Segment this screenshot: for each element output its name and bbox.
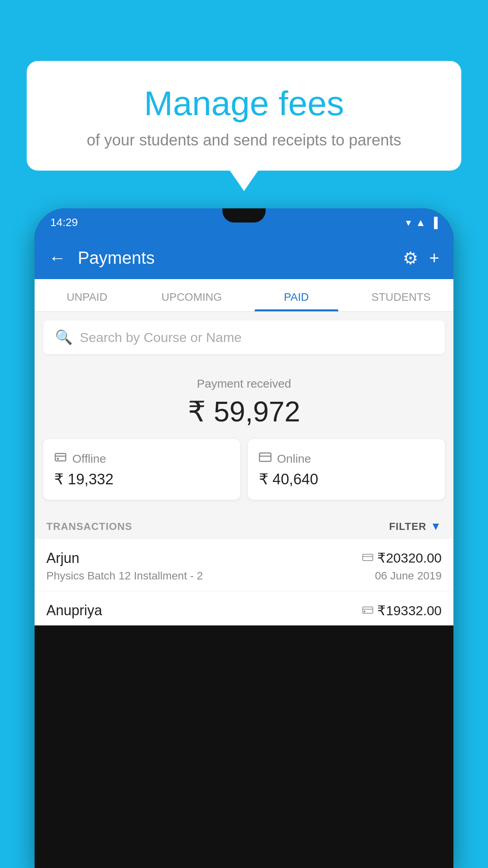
bubble-subtitle: of your students and send receipts to pa… (58, 131, 430, 149)
transactions-header: TRANSACTIONS FILTER ▼ (35, 511, 453, 539)
filter-label: FILTER (389, 520, 426, 533)
online-type: Online (277, 452, 311, 465)
offline-icon-anupriya (362, 605, 373, 617)
transaction-date-arjun: 06 June 2019 (375, 570, 442, 582)
status-bar: 14:29 ▾ ▲ ▐ (35, 208, 453, 237)
transaction-row-anupriya[interactable]: Anupriya ₹19332.00 (35, 591, 453, 625)
tab-paid[interactable]: PAID (244, 279, 349, 311)
svg-rect-0 (55, 454, 66, 461)
tab-upcoming[interactable]: UPCOMING (139, 279, 244, 311)
online-amount: ₹ 40,640 (259, 471, 434, 488)
transactions-label: TRANSACTIONS (46, 520, 132, 533)
search-bar[interactable]: 🔍 Search by Course or Name (43, 320, 445, 354)
transaction-name-anupriya: Anupriya (46, 602, 102, 619)
transaction-detail-arjun: Physics Batch 12 Installment - 2 (46, 570, 203, 582)
svg-rect-4 (363, 554, 373, 560)
wifi-icon: ▾ (406, 217, 411, 229)
tab-students[interactable]: STUDENTS (349, 279, 454, 311)
battery-icon: ▐ (431, 217, 438, 229)
transaction-name-arjun: Arjun (46, 550, 79, 566)
status-icons: ▾ ▲ ▐ (406, 217, 438, 229)
transaction-amount-anupriya: ₹19332.00 (377, 603, 442, 618)
payment-summary: Payment received ₹ 59,972 (35, 363, 453, 439)
settings-icon[interactable]: ⚙ (403, 248, 418, 268)
phone-frame: 14:29 ▾ ▲ ▐ ← Payments ⚙ + UNPAID UPCOMI… (35, 208, 453, 868)
app-content: 🔍 Search by Course or Name Payment recei… (35, 312, 453, 625)
transaction-amount-arjun: ₹20320.00 (377, 550, 442, 566)
status-time: 14:29 (50, 216, 78, 229)
transaction-amount-row-arjun: ₹20320.00 (362, 550, 442, 566)
speech-bubble-container: Manage fees of your students and send re… (27, 61, 461, 171)
svg-point-1 (57, 458, 59, 460)
tab-bar: UNPAID UPCOMING PAID STUDENTS (35, 279, 453, 312)
signal-icon: ▲ (416, 217, 426, 229)
cards-row: Offline ₹ 19,332 Online ₹ 40,640 (35, 439, 453, 511)
header-icons: ⚙ + (403, 248, 439, 268)
speech-bubble: Manage fees of your students and send re… (27, 61, 461, 171)
transaction-top-anupriya: Anupriya ₹19332.00 (46, 602, 442, 619)
svg-rect-2 (259, 453, 271, 461)
transaction-row-arjun[interactable]: Arjun ₹20320.00 Physics Batch 12 Install… (35, 539, 453, 591)
filter-icon: ▼ (430, 520, 442, 533)
app-header: ← Payments ⚙ + (35, 237, 453, 279)
online-card-header: Online (259, 451, 434, 467)
payment-received-label: Payment received (46, 377, 442, 390)
search-placeholder: Search by Course or Name (80, 330, 242, 345)
tab-unpaid[interactable]: UNPAID (35, 279, 139, 311)
search-icon: 🔍 (55, 329, 73, 346)
offline-card-header: Offline (54, 451, 229, 467)
svg-rect-6 (363, 607, 373, 613)
card-icon-arjun (362, 552, 373, 564)
svg-point-8 (364, 611, 366, 612)
transaction-top-arjun: Arjun ₹20320.00 (46, 550, 442, 566)
offline-type: Offline (72, 452, 106, 465)
online-icon (259, 451, 272, 467)
offline-amount: ₹ 19,332 (54, 471, 229, 488)
header-title: Payments (78, 248, 391, 268)
bubble-title: Manage fees (58, 85, 430, 123)
transaction-amount-row-anupriya: ₹19332.00 (362, 603, 442, 618)
offline-card: Offline ₹ 19,332 (43, 439, 240, 500)
notch (222, 208, 266, 223)
payment-amount: ₹ 59,972 (46, 395, 442, 428)
filter-button[interactable]: FILTER ▼ (389, 520, 442, 533)
add-icon[interactable]: + (429, 248, 439, 268)
transaction-bottom-arjun: Physics Batch 12 Installment - 2 06 June… (46, 570, 442, 582)
back-button[interactable]: ← (49, 248, 66, 268)
online-card: Online ₹ 40,640 (248, 439, 445, 500)
offline-icon (54, 451, 67, 467)
